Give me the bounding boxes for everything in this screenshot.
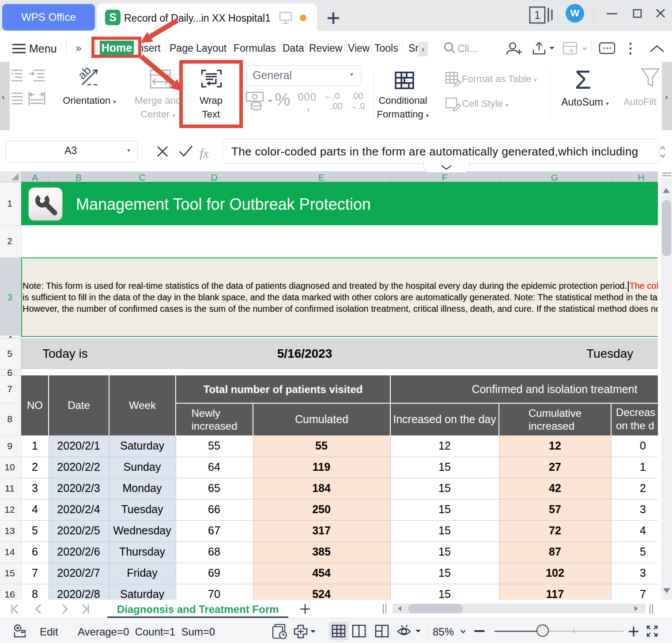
svg-text:fx: fx xyxy=(200,146,209,160)
svg-text:1: 1 xyxy=(534,9,540,21)
svg-text:ab: ab xyxy=(76,64,94,82)
